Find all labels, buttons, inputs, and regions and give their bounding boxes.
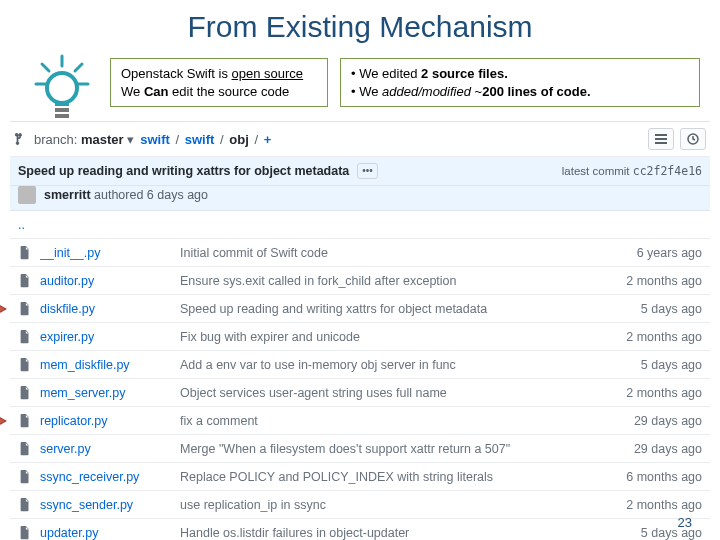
svg-point-5 (47, 73, 77, 103)
file-commit-msg[interactable]: Merge "When a filesystem does't support … (180, 442, 612, 456)
commit-message[interactable]: Speed up reading and writing xattrs for … (18, 164, 349, 178)
file-icon (18, 330, 32, 344)
callout-open-source: Openstack Swift is open source We Can ed… (110, 58, 328, 107)
file-commit-msg[interactable]: fix a comment (180, 414, 612, 428)
file-commit-msg[interactable]: Fix bug with expirer and unicode (180, 330, 612, 344)
commit-info: latest commit cc2f2f4e16 (562, 164, 702, 178)
file-time: 2 months ago (612, 498, 702, 512)
file-name[interactable]: __init__.py (40, 246, 180, 260)
author-time: authored 6 days ago (91, 188, 208, 202)
file-time: 5 days ago (612, 302, 702, 316)
file-time: 5 days ago (612, 358, 702, 372)
crumb-link[interactable]: swift (185, 132, 215, 147)
repo-browser: branch: master ▾ swift / swift / obj / +… (10, 121, 710, 540)
file-commit-msg[interactable]: Speed up reading and writing xattrs for … (180, 302, 612, 316)
file-name[interactable]: diskfile.py (40, 302, 180, 316)
file-row[interactable]: ssync_sender.pyuse replication_ip in ssy… (10, 491, 710, 519)
file-commit-msg[interactable]: Handle os.listdir failures in object-upd… (180, 526, 612, 540)
svg-line-2 (75, 64, 82, 71)
file-commit-msg[interactable]: Replace POLICY and POLICY_INDEX with str… (180, 470, 612, 484)
branch-icon (14, 132, 28, 146)
file-icon (18, 526, 32, 540)
lightbulb-icon (32, 54, 92, 124)
author-name[interactable]: smerritt (44, 188, 91, 202)
branch-name[interactable]: master (81, 132, 124, 147)
callouts-area: Openstack Swift is open source We Can ed… (0, 58, 720, 117)
file-time: 6 months ago (612, 470, 702, 484)
text: Openstack Swift is (121, 66, 232, 81)
file-name[interactable]: ssync_sender.py (40, 498, 180, 512)
text: ~ (471, 84, 482, 99)
callout-changes: • We edited 2 source files. • We added/m… (340, 58, 700, 107)
slide-title: From Existing Mechanism (0, 0, 720, 58)
file-list: .. __init__.pyInitial commit of Swift co… (10, 211, 710, 540)
avatar[interactable] (18, 186, 36, 204)
file-commit-msg[interactable]: use replication_ip in ssync (180, 498, 612, 512)
history-button[interactable] (680, 128, 706, 150)
crumb-add[interactable]: + (264, 132, 272, 147)
parent-dir-row[interactable]: .. (10, 211, 710, 239)
file-row[interactable]: diskfile.pySpeed up reading and writing … (10, 295, 710, 323)
file-time: 29 days ago (612, 414, 702, 428)
svg-rect-7 (55, 108, 69, 112)
file-icon (18, 302, 32, 316)
text-bold: 2 source files. (421, 66, 508, 81)
pointer-arrow-icon (0, 415, 7, 427)
file-row[interactable]: replicator.pyfix a comment29 days ago (10, 407, 710, 435)
text-italic: added/modified (382, 84, 471, 99)
file-commit-msg[interactable]: Ensure sys.exit called in fork_child aft… (180, 274, 612, 288)
file-row[interactable]: mem_server.pyObject services user-agent … (10, 379, 710, 407)
page-number: 23 (678, 515, 692, 530)
text: • We edited (351, 66, 421, 81)
file-icon (18, 274, 32, 288)
file-time: 2 months ago (612, 330, 702, 344)
text-bold: Can (144, 84, 169, 99)
text-bold: 200 lines of code. (482, 84, 590, 99)
file-icon (18, 358, 32, 372)
file-name[interactable]: auditor.py (40, 274, 180, 288)
file-icon (18, 470, 32, 484)
commit-author-bar: smerritt authored 6 days ago (10, 186, 710, 211)
commit-sha[interactable]: cc2f2f4e16 (633, 164, 702, 178)
file-commit-msg[interactable]: Initial commit of Swift code (180, 246, 612, 260)
file-name[interactable]: replicator.py (40, 414, 180, 428)
file-name[interactable]: mem_diskfile.py (40, 358, 180, 372)
crumb-link[interactable]: swift (140, 132, 170, 147)
file-icon (18, 414, 32, 428)
file-name[interactable]: server.py (40, 442, 180, 456)
text: We (121, 84, 144, 99)
file-row[interactable]: updater.pyHandle os.listdir failures in … (10, 519, 710, 540)
svg-rect-8 (55, 114, 69, 118)
breadcrumb: swift / swift / obj / + (140, 132, 271, 147)
file-icon (18, 498, 32, 512)
file-row[interactable]: server.pyMerge "When a filesystem does't… (10, 435, 710, 463)
file-name[interactable]: updater.py (40, 526, 180, 540)
file-time: 29 days ago (612, 442, 702, 456)
pointer-arrow-icon (0, 303, 7, 315)
branch-label: branch: master ▾ (34, 132, 134, 147)
file-name[interactable]: mem_server.py (40, 386, 180, 400)
text-underline: open source (232, 66, 304, 81)
file-name[interactable]: ssync_receiver.py (40, 470, 180, 484)
file-time: 6 years ago (612, 246, 702, 260)
file-icon (18, 442, 32, 456)
file-time: 2 months ago (612, 274, 702, 288)
text: edit the source code (168, 84, 289, 99)
file-row[interactable]: mem_diskfile.pyAdd a env var to use in-m… (10, 351, 710, 379)
file-icon (18, 246, 32, 260)
file-row[interactable]: expirer.pyFix bug with expirer and unico… (10, 323, 710, 351)
file-row[interactable]: auditor.pyEnsure sys.exit called in fork… (10, 267, 710, 295)
file-row[interactable]: __init__.pyInitial commit of Swift code6… (10, 239, 710, 267)
file-row[interactable]: ssync_receiver.pyReplace POLICY and POLI… (10, 463, 710, 491)
list-view-button[interactable] (648, 128, 674, 150)
commit-expand-button[interactable]: ••• (357, 163, 378, 179)
crumb-current: obj (229, 132, 249, 147)
file-name[interactable]: expirer.py (40, 330, 180, 344)
repo-header: branch: master ▾ swift / swift / obj / + (10, 122, 710, 157)
svg-rect-6 (55, 102, 69, 106)
latest-commit-bar: Speed up reading and writing xattrs for … (10, 157, 710, 186)
file-commit-msg[interactable]: Object services user-agent string uses f… (180, 386, 612, 400)
file-commit-msg[interactable]: Add a env var to use in-memory obj serve… (180, 358, 612, 372)
text: • We (351, 84, 382, 99)
svg-line-1 (42, 64, 49, 71)
